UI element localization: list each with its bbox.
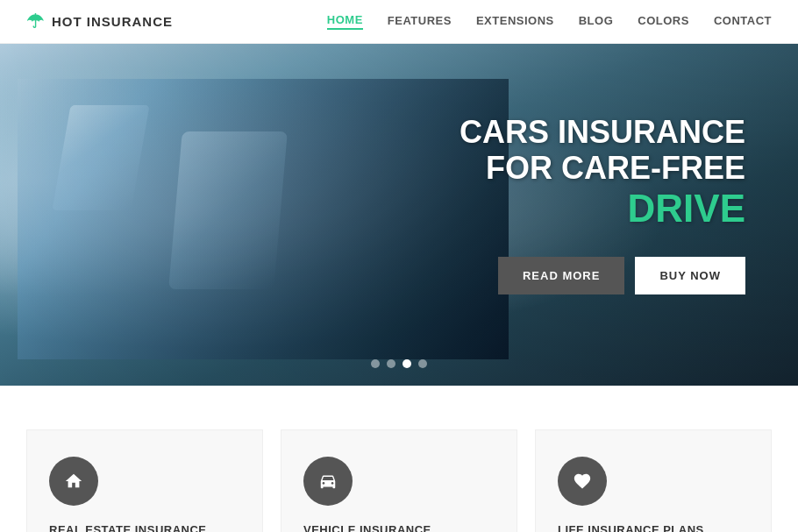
card-icon-2 <box>558 457 607 506</box>
read-more-button[interactable]: READ MORE <box>498 257 624 294</box>
hero-section: CARS INSURANCE FOR CARE-FREE DRIVE READ … <box>0 44 798 386</box>
cards-section: REAL ESTATE INSURANCE Lorem ipsum dolor … <box>0 386 798 532</box>
dot-3[interactable] <box>403 359 411 368</box>
nav-item-colors[interactable]: COLORS <box>638 14 689 29</box>
card-0: REAL ESTATE INSURANCE Lorem ipsum dolor … <box>26 429 263 532</box>
dot-4[interactable] <box>418 359 427 368</box>
card-title-2: LIFE INSURANCE PLANS <box>558 523 749 532</box>
hero-buttons: READ MORE BUY NOW <box>460 257 745 294</box>
nav-item-blog[interactable]: BLOG <box>579 14 614 29</box>
card-title-1: VEHICLE INSURANCE <box>303 523 495 532</box>
logo-icon: ☂ <box>26 11 45 33</box>
hero-content: CARS INSURANCE FOR CARE-FREE DRIVE READ … <box>460 114 745 294</box>
nav-item-features[interactable]: FEATURES <box>388 14 452 29</box>
card-2: LIFE INSURANCE PLANS Ipsum ullam blandit… <box>535 429 772 532</box>
buy-now-button[interactable]: BUY NOW <box>635 257 745 294</box>
hero-line3: DRIVE <box>460 187 745 231</box>
main-nav: HOMEFEATURESEXTENSIONSBLOGCOLORSCONTACT <box>327 13 772 30</box>
nav-item-contact[interactable]: CONTACT <box>714 14 772 29</box>
card-icon-1 <box>303 457 353 506</box>
card-icon-0 <box>49 457 98 506</box>
nav-item-extensions[interactable]: EXTENSIONS <box>476 14 554 29</box>
dot-2[interactable] <box>387 359 395 368</box>
dot-1[interactable] <box>371 359 380 368</box>
card-title-0: REAL ESTATE INSURANCE <box>49 523 240 532</box>
logo[interactable]: ☂ HOT INSURANCE <box>26 11 173 33</box>
hero-line2: FOR CARE-FREE <box>460 150 745 186</box>
card-1: VEHICLE INSURANCE Accusantium at omnis v… <box>281 429 517 532</box>
logo-text: HOT INSURANCE <box>52 14 173 29</box>
site-header: ☂ HOT INSURANCE HOMEFEATURESEXTENSIONSBL… <box>0 0 798 44</box>
nav-item-home[interactable]: HOME <box>327 13 363 30</box>
hero-dots <box>371 359 427 368</box>
hero-line1: CARS INSURANCE <box>460 114 745 150</box>
